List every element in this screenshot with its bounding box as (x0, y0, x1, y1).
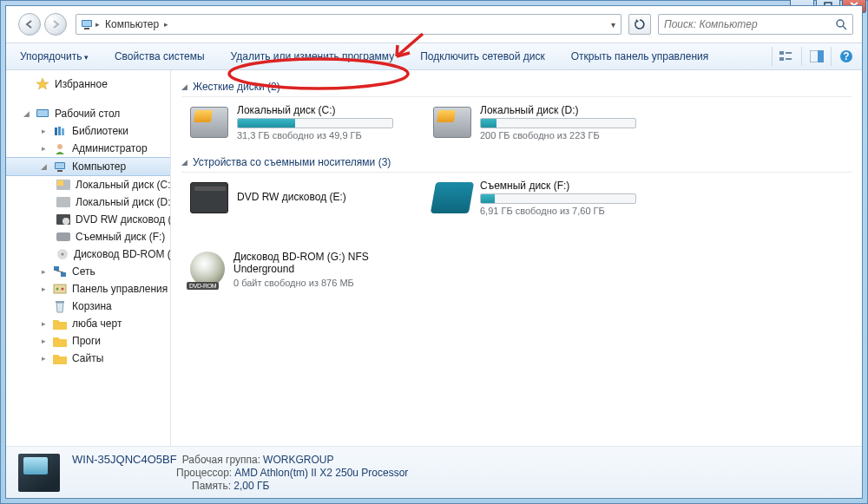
drive-item-bd[interactable]: Дисковод BD-ROM (G:) NFS Underground 0 б… (190, 251, 407, 288)
preview-pane-button[interactable] (801, 47, 824, 66)
sidebar-item-folder-user1[interactable]: ▸ люба черт (6, 315, 170, 332)
details-workgroup-label: Рабочая группа: (182, 454, 260, 466)
sidebar-item-label: Рабочий стол (55, 108, 120, 120)
drive-item-f[interactable]: Съемный диск (F:) 6,91 ГБ свободно из 7,… (433, 180, 641, 216)
expand-icon[interactable]: ▸ (39, 337, 48, 345)
search-input[interactable] (664, 18, 835, 30)
sidebar-item-computer[interactable]: ◢ Компьютер (6, 157, 170, 176)
folder-icon (53, 317, 67, 331)
system-properties-button[interactable]: Свойства системы (109, 47, 210, 66)
dvd-drive-icon (190, 182, 228, 213)
computer-icon (53, 160, 67, 173)
expand-icon[interactable]: ▸ (39, 267, 48, 276)
svg-rect-11 (786, 52, 792, 54)
sidebar-item-network[interactable]: ▸ Сеть (6, 263, 170, 280)
folder-icon (53, 334, 67, 348)
svg-point-22 (57, 144, 62, 149)
sidebar-item-folder-user2[interactable]: ▸ Проги (6, 332, 170, 350)
address-bar[interactable]: ▸ Компьютер ▸ ▾ (76, 14, 621, 35)
sidebar-item-desktop[interactable]: ◢ Рабочий стол (6, 105, 170, 122)
help-button[interactable]: ? (831, 47, 853, 66)
organize-menu[interactable]: Упорядочить (15, 47, 94, 66)
sidebar-item-label: Администратор (72, 142, 148, 154)
sidebar-item-control-panel[interactable]: ▸ Панель управления (6, 280, 170, 298)
open-control-panel-button[interactable]: Открыть панель управления (566, 47, 714, 66)
sidebar-item-admin[interactable]: ▸ Администратор (6, 140, 170, 157)
expand-icon[interactable]: ▸ (39, 354, 48, 363)
svg-point-7 (837, 20, 844, 27)
star-icon (36, 77, 49, 91)
details-pane: WIN-35JQNC4O5BF Рабочая группа: WORKGROU… (6, 446, 862, 498)
expand-icon[interactable]: ▸ (39, 285, 48, 293)
sidebar-item-label: Избранное (55, 78, 108, 90)
sidebar-item-label: Локальный диск (C:) (76, 179, 171, 191)
refresh-button[interactable] (628, 14, 651, 35)
sidebar-drive-f[interactable]: Съемный диск (F:) (6, 228, 170, 245)
drive-subtext: 31,3 ГБ свободно из 49,9 ГБ (237, 130, 398, 141)
sidebar-drive-d[interactable]: Локальный диск (D:) (6, 193, 170, 211)
content-pane: ◢ Жесткие диски (2) Локальный диск (C:) … (171, 70, 862, 446)
uninstall-programs-button[interactable]: Удалить или изменить программу (226, 47, 400, 66)
sidebar-item-label: DVD RW дисковод (E:) (76, 213, 171, 226)
dvd-icon (56, 213, 70, 226)
usb-drive-icon (431, 182, 474, 213)
expand-icon[interactable]: ▸ (39, 144, 48, 153)
details-workgroup: WORKGROUP (263, 454, 333, 466)
collapse-icon[interactable]: ◢ (22, 109, 30, 118)
svg-rect-37 (54, 285, 66, 293)
user-icon (53, 141, 67, 155)
drive-subtext: 6,91 ГБ свободно из 7,60 ГБ (480, 206, 641, 216)
drive-item-dvd[interactable]: DVD RW дисковод (E:) (190, 180, 398, 216)
sidebar-item-libraries[interactable]: ▸ Библиотеки (6, 122, 170, 140)
drive-item-c[interactable]: Локальный диск (C:) 31,3 ГБ свободно из … (190, 104, 398, 141)
details-cpu-label: Процессор: (176, 467, 232, 479)
svg-rect-40 (56, 301, 64, 303)
details-cpu: AMD Athlon(tm) II X2 250u Processor (234, 467, 408, 479)
sidebar-drive-dvd[interactable]: DVD RW дисковод (E:) (6, 211, 170, 228)
libraries-icon (53, 124, 67, 138)
svg-rect-10 (779, 57, 784, 61)
map-network-drive-button[interactable]: Подключить сетевой диск (415, 47, 549, 66)
search-box[interactable] (658, 14, 853, 35)
svg-rect-14 (818, 50, 824, 62)
sidebar-item-label: Съемный диск (F:) (76, 231, 165, 243)
drive-name: Локальный диск (C:) (237, 104, 398, 118)
nav-back-button[interactable] (18, 13, 41, 36)
command-bar: Упорядочить Свойства системы Удалить или… (6, 43, 862, 70)
sidebar-item-recycle-bin[interactable]: Корзина (6, 298, 170, 315)
bd-rom-icon (190, 252, 225, 286)
nav-forward-button[interactable] (44, 13, 67, 36)
collapse-icon[interactable]: ◢ (39, 162, 48, 171)
expand-icon[interactable]: ▸ (39, 127, 48, 135)
hdd-icon (56, 178, 70, 192)
expand-icon[interactable]: ▸ (39, 319, 48, 328)
sidebar-item-label: Корзина (72, 300, 112, 312)
drive-name: Дисковод BD-ROM (G:) NFS Underground (233, 251, 407, 278)
capacity-bar (480, 118, 636, 128)
svg-rect-35 (61, 272, 66, 277)
sidebar-item-label: Проги (72, 335, 101, 347)
sidebar-item-favorites[interactable]: Избранное (6, 75, 170, 93)
recycle-bin-icon (53, 299, 67, 313)
sidebar-item-label: Локальный диск (D:) (76, 196, 171, 208)
svg-point-30 (62, 218, 69, 225)
svg-line-8 (843, 26, 846, 29)
view-options-button[interactable] (772, 47, 794, 66)
desktop-icon (36, 107, 49, 121)
sidebar-item-label: люба черт (72, 317, 122, 330)
sidebar-item-folder-user3[interactable]: ▸ Сайты (6, 350, 170, 367)
sidebar-drive-bd[interactable]: Дисковод BD-ROM (G:) (6, 245, 170, 263)
folder-icon (53, 351, 67, 365)
details-mem: 2,00 ГБ (233, 480, 269, 492)
drive-subtext: 200 ГБ свободно из 223 ГБ (480, 130, 641, 141)
history-dropdown-icon[interactable]: ▾ (609, 20, 617, 29)
drive-subtext: 0 байт свободно из 876 МБ (233, 278, 407, 288)
svg-rect-18 (37, 110, 48, 116)
breadcrumb-segment[interactable]: Компьютер (102, 18, 162, 30)
details-mem-label: Память: (192, 480, 231, 492)
drive-name: DVD RW дисковод (E:) (237, 191, 398, 205)
capacity-bar (480, 193, 636, 204)
sidebar-drive-c[interactable]: Локальный диск (C:) (6, 176, 170, 193)
drive-item-d[interactable]: Локальный диск (D:) 200 ГБ свободно из 2… (433, 104, 641, 141)
sidebar-item-label: Сайты (72, 352, 103, 364)
